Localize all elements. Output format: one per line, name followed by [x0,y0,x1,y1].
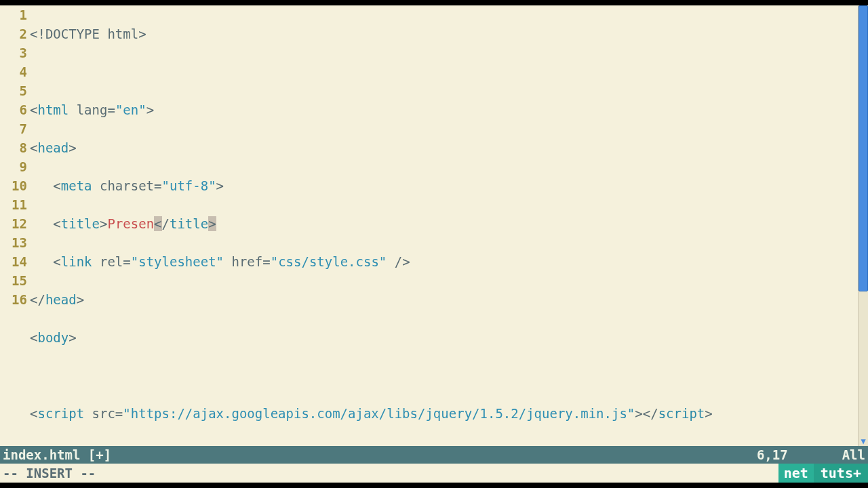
code-line[interactable] [30,366,858,385]
text-cursor: < [154,216,161,231]
code-text[interactable]: <!DOCTYPE html> <html lang="en"> <head> … [30,5,858,446]
code-line[interactable]: <meta charset="utf-8"> [30,176,858,195]
status-bar: index.html [+] 6,17 All [0,446,868,464]
code-area[interactable]: 1 2 3 4 5 6 7 8 9 10 11 12 13 14 15 16 <… [0,5,868,446]
code-line[interactable] [30,62,858,81]
line-number: 3 [0,43,27,62]
code-line[interactable]: <script src="https://ajax.googleapis.com… [30,404,858,423]
vim-editor: 1 2 3 4 5 6 7 8 9 10 11 12 13 14 15 16 <… [0,5,868,483]
scrollbar-down-arrow-icon[interactable]: ▼ [859,436,868,446]
line-number: 12 [0,214,27,233]
line-number: 2 [0,24,27,43]
status-cursor-position: 6,17 [757,447,788,462]
status-scroll-percent: All [842,447,865,462]
line-number: 1 [0,5,27,24]
code-line[interactable]: <script> [30,442,858,446]
nettuts-watermark: net tuts+ [778,464,868,483]
line-number: 15 [0,271,27,290]
bracket-match: > [208,216,216,231]
letterbox-bottom [0,483,868,488]
line-number: 16 [0,290,27,309]
watermark-tuts: tuts+ [814,464,868,483]
mode-line: -- INSERT -- net tuts+ [0,464,868,483]
code-line[interactable]: <head> [30,138,858,157]
line-number: 5 [0,81,27,100]
code-line[interactable]: <body> [30,328,858,347]
code-line[interactable]: <title>Presen</title> [30,214,858,233]
code-line[interactable]: <!DOCTYPE html> [30,24,858,43]
watermark-net: net [778,464,814,483]
code-line[interactable]: </head> [30,290,858,309]
scrollbar-thumb[interactable] [859,5,868,291]
line-number: 6 [0,100,27,119]
code-line[interactable]: <link rel="stylesheet" href="css/style.c… [30,252,858,271]
line-number: 14 [0,252,27,271]
letterbox-top [0,0,868,5]
line-number: 13 [0,233,27,252]
code-line[interactable]: <html lang="en"> [30,100,858,119]
line-number: 11 [0,195,27,214]
line-number: 7 [0,119,27,138]
vertical-scrollbar[interactable]: ▼ [858,5,868,446]
vim-mode-indicator: -- INSERT -- [3,466,96,481]
line-number-gutter: 1 2 3 4 5 6 7 8 9 10 11 12 13 14 15 16 [0,5,30,446]
status-filename: index.html [+] [3,447,111,462]
line-number: 10 [0,176,27,195]
line-number: 4 [0,62,27,81]
line-number: 8 [0,138,27,157]
line-number: 9 [0,157,27,176]
